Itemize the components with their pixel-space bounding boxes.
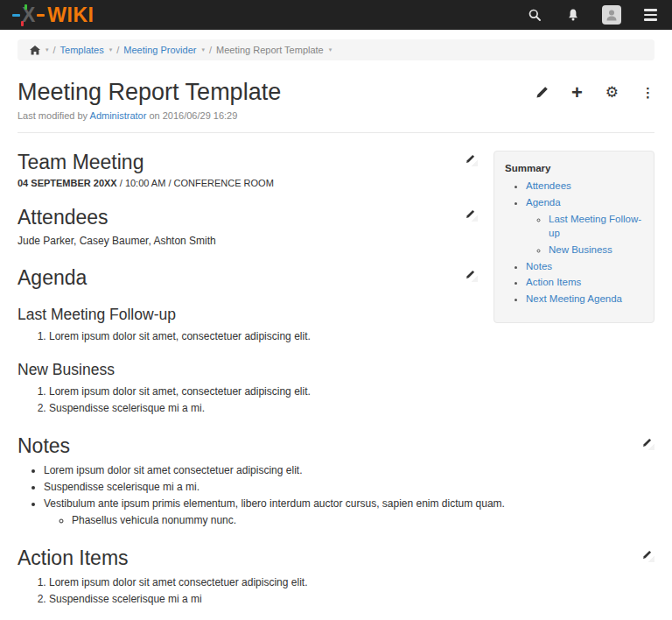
page-header: Meeting Report Template + ⚙ ⋮	[0, 64, 672, 106]
breadcrumb-separator: /	[53, 45, 56, 55]
edit-section-pencil-icon[interactable]	[642, 438, 654, 450]
list-subitem: Phasellus vehicula nonummy nunc.	[72, 512, 654, 529]
breadcrumb-link-meeting-provider[interactable]: Meeting Provider	[123, 45, 196, 55]
edit-section-pencil-icon[interactable]	[466, 209, 478, 222]
breadcrumb-separator: /	[116, 45, 119, 55]
notes-sublist: Phasellus vehicula nonummy nunc.	[44, 512, 654, 529]
summary-link-attendees[interactable]: Attendees	[526, 180, 571, 191]
edit-section-pencil-icon[interactable]	[466, 154, 478, 166]
breadcrumb-separator: /	[209, 45, 212, 55]
summary-link-action-items[interactable]: Action Items	[526, 277, 581, 287]
notifications-bell-icon[interactable]	[564, 5, 583, 25]
home-caret-icon[interactable]: ▾	[46, 46, 49, 53]
list-item: Lorem ipsum dolor sit amet, consectetuer…	[49, 328, 654, 345]
list-item: Suspendisse scelerisque mi a mi	[49, 591, 654, 608]
meeting-date-bold: 04 SEPTEMBER 20XX	[18, 178, 117, 188]
logo-red-tick	[21, 21, 24, 26]
summary-link-next-meeting[interactable]: Next Meeting Agenda	[526, 293, 622, 304]
summary-subitem: Last Meeting Follow-up	[549, 212, 647, 241]
notes-list: Lorem ipsum dolor sit amet consectetuer …	[18, 462, 654, 530]
search-icon[interactable]	[525, 5, 544, 25]
modified-by-user-link[interactable]: Administrator	[90, 110, 147, 121]
document-content: Summary Attendees Agenda Last Meeting Fo…	[0, 133, 672, 620]
home-icon[interactable]	[30, 46, 40, 55]
last-meeting-list: Lorem ipsum dolor sit amet, consectetuer…	[18, 328, 654, 345]
logo-green-tick	[24, 4, 27, 10]
breadcrumb-link-templates[interactable]: Templates	[60, 45, 104, 55]
new-business-heading: New Business	[18, 361, 654, 379]
section-attendees-header: Attendees	[18, 206, 478, 229]
summary-link-notes[interactable]: Notes	[526, 261, 552, 271]
logo-wiki-text: WIKI	[47, 4, 94, 27]
summary-link-new-business[interactable]: New Business	[549, 244, 612, 255]
team-meeting-heading: Team Meeting	[18, 151, 144, 173]
list-item: Lorem ipsum dolor sit amet consectetuer …	[49, 574, 654, 591]
section-notes-header: Notes	[18, 434, 654, 457]
list-item: Suspendisse scelerisque mi a mi.	[49, 400, 654, 417]
modified-suffix: on 2016/06/29 16:29	[149, 110, 237, 121]
templates-caret-icon[interactable]: ▾	[109, 46, 113, 53]
summary-sublist: Last Meeting Follow-up New Business	[526, 212, 647, 257]
section-team-meeting-header: Team Meeting	[18, 151, 478, 173]
logo-orange-dash	[37, 14, 45, 17]
breadcrumb-current-page: Meeting Report Template	[216, 45, 324, 55]
settings-gear-icon[interactable]: ⚙	[606, 85, 619, 100]
summary-item: Notes	[526, 259, 647, 274]
last-modified-line: Last modified by Administrator on 2016/0…	[0, 106, 672, 121]
page-actions: + ⚙ ⋮	[536, 78, 654, 100]
attendees-heading: Attendees	[18, 206, 108, 229]
current-page-caret-icon[interactable]: ▾	[329, 46, 332, 53]
summary-subitem: New Business	[549, 243, 647, 257]
summary-item: Next Meeting Agenda	[526, 292, 647, 306]
list-item: Lorem ipsum dolor sit amet, consectetuer…	[49, 384, 654, 400]
top-navbar: X WIKI	[0, 0, 672, 30]
logo-x-glyph: X	[22, 5, 35, 25]
summary-item: Agenda Last Meeting Follow-up New Busine…	[526, 195, 647, 257]
navbar-actions	[525, 5, 660, 25]
create-page-plus-icon[interactable]: +	[571, 86, 583, 100]
summary-panel: Summary Attendees Agenda Last Meeting Fo…	[494, 151, 654, 322]
edit-section-pencil-icon[interactable]	[466, 270, 478, 282]
summary-item: Attendees	[526, 179, 647, 194]
edit-page-pencil-icon[interactable]	[536, 86, 549, 99]
edit-section-pencil-icon[interactable]	[642, 550, 654, 562]
user-avatar[interactable]	[602, 5, 621, 25]
action-items-list: Lorem ipsum dolor sit amet consectetuer …	[18, 574, 654, 608]
more-actions-kebab-icon[interactable]: ⋮	[641, 86, 654, 99]
summary-link-agenda[interactable]: Agenda	[526, 197, 561, 208]
summary-item: Action Items	[526, 275, 647, 290]
list-item: Vestibulum ante ipsum primis elementum, …	[44, 496, 654, 529]
hamburger-menu-icon[interactable]	[640, 5, 660, 25]
action-items-heading: Action Items	[18, 546, 129, 569]
summary-link-last-meeting[interactable]: Last Meeting Follow-up	[549, 214, 641, 239]
summary-list: Attendees Agenda Last Meeting Follow-up …	[505, 179, 647, 306]
agenda-heading: Agenda	[18, 266, 87, 289]
meeting-date-rest: / 10:00 AM / CONFERENCE ROOM	[117, 178, 274, 188]
logo-blue-dash	[12, 14, 20, 17]
section-agenda-header: Agenda	[18, 266, 478, 289]
breadcrumb: ▾ / Templates ▾ / Meeting Provider ▾ / M…	[18, 39, 654, 60]
section-new-business-header: New Business	[18, 361, 654, 379]
xwiki-logo[interactable]: X WIKI	[12, 4, 94, 27]
new-business-list: Lorem ipsum dolor sit amet, consectetuer…	[18, 384, 654, 417]
section-action-items-header: Action Items	[18, 546, 654, 569]
notes-heading: Notes	[18, 434, 70, 457]
breadcrumb-container: ▾ / Templates ▾ / Meeting Provider ▾ / M…	[0, 30, 672, 64]
meeting-provider-caret-icon[interactable]: ▾	[201, 46, 205, 53]
list-item: Lorem ipsum dolor sit amet consectetuer …	[44, 462, 654, 479]
list-item: Suspendisse scelerisque mi a mi.	[44, 479, 654, 496]
page-title: Meeting Report Template	[18, 78, 281, 106]
list-item-text: Vestibulum ante ipsum primis elementum, …	[44, 497, 505, 510]
summary-title: Summary	[505, 163, 647, 173]
modified-prefix: Last modified by	[18, 110, 88, 121]
